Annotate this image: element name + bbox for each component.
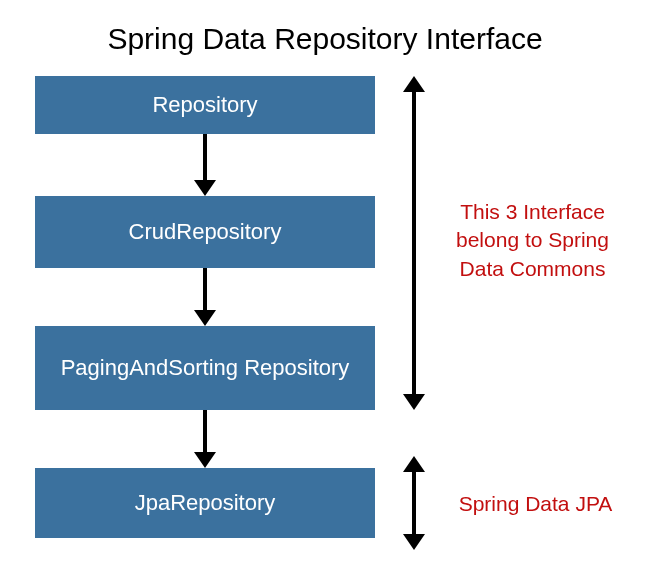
diagram-area: Repository CrudRepository PagingAndSorti… bbox=[0, 68, 650, 564]
arrow-down-icon bbox=[199, 134, 211, 196]
box-repository: Repository bbox=[35, 76, 375, 134]
arrow-down-icon bbox=[199, 410, 211, 468]
range-arrow-commons-icon bbox=[403, 76, 425, 410]
box-jparepository: JpaRepository bbox=[35, 468, 375, 538]
arrow-down-icon bbox=[199, 268, 211, 326]
range-arrow-jpa-icon bbox=[403, 456, 425, 550]
box-label: PagingAndSorting Repository bbox=[61, 354, 350, 382]
box-crudrepository: CrudRepository bbox=[35, 196, 375, 268]
box-label: JpaRepository bbox=[135, 489, 276, 517]
box-label: CrudRepository bbox=[129, 218, 282, 246]
annotation-commons: This 3 Interface belong to Spring Data C… bbox=[445, 198, 620, 283]
box-label: Repository bbox=[152, 91, 257, 119]
diagram-title: Spring Data Repository Interface bbox=[0, 0, 650, 68]
box-pagingandsorting: PagingAndSorting Repository bbox=[35, 326, 375, 410]
annotation-jpa: Spring Data JPA bbox=[448, 490, 623, 518]
